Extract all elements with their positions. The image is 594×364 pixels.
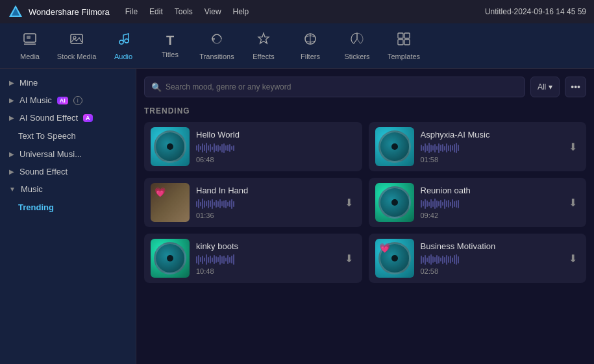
- audio-label: Audio: [114, 53, 132, 60]
- search-icon: 🔍: [151, 82, 162, 92]
- svg-rect-11: [398, 33, 403, 38]
- download-button-asphyxia[interactable]: ⬇: [566, 138, 580, 156]
- card-thumb-reunion: [375, 183, 414, 222]
- effects-icon: [256, 32, 271, 50]
- sidebar-item-text-to-speech[interactable]: Text To Speech: [0, 127, 136, 145]
- svg-point-6: [73, 36, 76, 39]
- menu-edit[interactable]: Edit: [149, 7, 163, 16]
- toolbar: Media Stock Media Audio T Titles: [0, 23, 594, 69]
- ai-sound-arrow: ▶: [9, 114, 14, 121]
- svg-point-7: [119, 40, 123, 44]
- menu-help[interactable]: Help: [233, 7, 249, 16]
- menu-tools[interactable]: Tools: [175, 7, 193, 16]
- card-title-asphyxia: Asphyxia-AI Music: [421, 130, 560, 140]
- templates-icon: [397, 32, 411, 50]
- card-waveform-hand: [196, 198, 336, 210]
- toolbar-media[interactable]: Media: [6, 27, 53, 66]
- card-waveform-reunion: [421, 198, 560, 210]
- music-card-kinky-boots[interactable]: kinky boots 10:48 ⬇: [144, 234, 362, 283]
- app-name: Wondershare Filmora: [29, 7, 110, 17]
- toolbar-filters[interactable]: Filters: [287, 27, 334, 66]
- stickers-icon: [350, 32, 364, 50]
- card-duration-hand: 01:36: [196, 212, 336, 219]
- card-disc-reunion: [378, 186, 411, 219]
- filter-label: All: [538, 82, 546, 91]
- menu-view[interactable]: View: [204, 7, 221, 16]
- card-disc-asphyxia: [378, 130, 411, 163]
- sidebar-item-trending[interactable]: Trending: [0, 198, 136, 217]
- toolbar-audio[interactable]: Audio: [100, 27, 147, 66]
- card-info-business: Business Motivation 02:58: [421, 241, 560, 275]
- main-layout: ▶ Mine ▶ AI Music AI i ▶ AI Sound Effect…: [0, 69, 594, 364]
- sidebar-item-mine[interactable]: ▶ Mine: [0, 74, 136, 91]
- heart-badge-business: 💗: [379, 243, 390, 253]
- search-input-wrapper[interactable]: 🔍: [144, 77, 525, 97]
- card-duration-business: 02:58: [421, 267, 560, 275]
- card-thumb-asphyxia: [375, 127, 414, 166]
- sound-effect-label: Sound Effect: [19, 167, 68, 176]
- svg-rect-5: [71, 34, 82, 43]
- sidebar-item-ai-sound-effect[interactable]: ▶ AI Sound Effect A: [0, 109, 136, 127]
- window-title: Untitled-2024-09-16 14 45 59: [485, 7, 586, 16]
- card-thumb-hand-in-hand: 💗: [151, 183, 190, 222]
- download-button-hand[interactable]: ⬇: [342, 194, 356, 212]
- card-title-reunion: Reunion oath: [421, 186, 560, 195]
- music-card-business-motivation[interactable]: 💗 Business Motivation 02:58 ⬇: [369, 234, 587, 283]
- download-button-reunion[interactable]: ⬇: [566, 194, 580, 212]
- music-card-hello-world[interactable]: Hello World 06:48: [144, 122, 362, 171]
- trending-child-label: Trending: [18, 202, 54, 212]
- music-card-hand-in-hand[interactable]: 💗 Hand In Hand 01:36 ⬇: [144, 178, 362, 227]
- toolbar-stickers[interactable]: Stickers: [334, 27, 380, 66]
- sidebar-item-ai-music[interactable]: ▶ AI Music AI i: [0, 91, 136, 109]
- toolbar-effects[interactable]: Effects: [240, 27, 287, 66]
- card-info-asphyxia: Asphyxia-AI Music 01:58: [421, 130, 560, 164]
- heart-badge-hand: 💗: [155, 187, 166, 197]
- titles-label: Titles: [162, 51, 179, 58]
- toolbar-transitions[interactable]: Transitions: [193, 27, 240, 66]
- music-card-reunion[interactable]: Reunion oath 09:42 ⬇: [369, 178, 587, 227]
- filters-icon: [303, 32, 317, 50]
- effects-label: Effects: [253, 53, 274, 60]
- mine-arrow: ▶: [9, 79, 14, 86]
- toolbar-titles[interactable]: T Titles: [147, 27, 193, 66]
- svg-rect-13: [398, 40, 403, 45]
- card-waveform-business: [421, 254, 560, 265]
- media-label: Media: [20, 53, 40, 60]
- audio-icon: [116, 32, 130, 50]
- svg-rect-14: [404, 40, 410, 45]
- more-options-button[interactable]: •••: [565, 77, 586, 97]
- card-title-hello-world: Hello World: [196, 130, 356, 140]
- title-bar: Wondershare Filmora File Edit Tools View…: [0, 0, 594, 23]
- card-disc-kinky: [154, 242, 186, 274]
- filter-chevron-icon: ▾: [549, 82, 552, 91]
- menu-file[interactable]: File: [125, 7, 138, 16]
- card-disc: [154, 130, 186, 163]
- sidebar-item-music[interactable]: ▼ Music: [0, 180, 136, 198]
- card-title-hand-in-hand: Hand In Hand: [196, 186, 336, 195]
- search-bar: 🔍 All ▾ •••: [144, 77, 586, 97]
- music-label: Music: [21, 184, 43, 194]
- card-duration-kinky: 10:48: [196, 267, 336, 275]
- card-waveform-kinky: [196, 254, 336, 265]
- filter-button[interactable]: All ▾: [530, 77, 560, 97]
- cards-grid: Hello World 06:48 Asphyxia-AI Music: [144, 122, 586, 283]
- card-title-kinky: kinky boots: [196, 241, 336, 251]
- sidebar-item-sound-effect[interactable]: ▶ Sound Effect: [0, 163, 136, 180]
- stock-media-label: Stock Media: [57, 53, 97, 60]
- sidebar: ▶ Mine ▶ AI Music AI i ▶ AI Sound Effect…: [0, 69, 136, 364]
- search-input[interactable]: [166, 82, 518, 91]
- download-button-kinky[interactable]: ⬇: [342, 250, 356, 267]
- card-waveform: [196, 142, 356, 154]
- card-title-business: Business Motivation: [421, 241, 560, 251]
- card-info-hello-world: Hello World 06:48: [196, 130, 356, 164]
- toolbar-templates[interactable]: Templates: [380, 27, 427, 66]
- download-button-business[interactable]: ⬇: [566, 250, 580, 267]
- trending-label: TRENDING: [144, 106, 586, 115]
- toolbar-stock-media[interactable]: Stock Media: [53, 27, 100, 66]
- sidebar-item-universal-music[interactable]: ▶ Universal Musi...: [0, 145, 136, 163]
- stickers-label: Stickers: [344, 53, 369, 60]
- music-card-asphyxia[interactable]: Asphyxia-AI Music 01:58 ⬇: [369, 122, 587, 171]
- card-duration-asphyxia: 01:58: [421, 156, 560, 164]
- text-to-speech-label: Text To Speech: [18, 131, 76, 141]
- sound-effect-arrow: ▶: [9, 168, 14, 175]
